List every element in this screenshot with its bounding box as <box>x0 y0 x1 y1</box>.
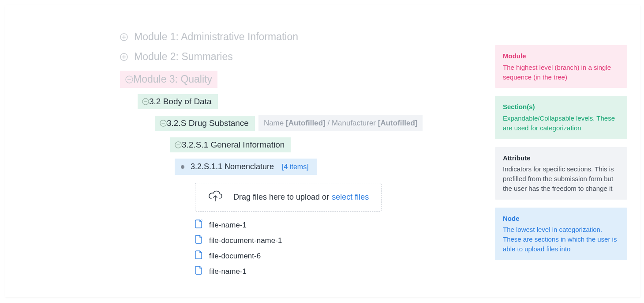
dropzone-text: Drag files here to upload or <box>233 193 329 202</box>
attr-sep: / <box>327 119 331 127</box>
module-row-2[interactable]: Module 2: Summaries <box>120 51 473 63</box>
document-icon <box>195 220 203 231</box>
minus-circle-icon <box>142 98 149 105</box>
section-32s-label: 3.2.S Drug Substance <box>167 118 249 128</box>
section-32s1-label: 3.2.S.1 General Information <box>182 140 285 150</box>
attr-mfr-label: Manufacturer <box>332 119 376 127</box>
select-files-link[interactable]: select files <box>332 193 369 202</box>
file-name: file-name-1 <box>209 221 247 230</box>
module-row-3[interactable]: Module 3: Quality <box>120 71 217 88</box>
file-dropzone[interactable]: Drag files here to upload or select file… <box>195 183 382 212</box>
list-item[interactable]: file-document-6 <box>195 250 473 261</box>
legend-card-attribute: Attribute Indicators for specific sectio… <box>495 147 627 200</box>
section-row-32s1[interactable]: 3.2.S.1 General Information <box>170 137 291 152</box>
plus-circle-icon <box>120 33 128 41</box>
attr-name-value: [Autofilled] <box>286 119 326 127</box>
legend-attr-body: Indicators for specific sections. This i… <box>503 164 619 193</box>
attr-name-label: Name <box>264 119 284 127</box>
section-32-label: 3.2 Body of Data <box>149 97 212 106</box>
section-row-32[interactable]: 3.2 Body of Data <box>138 94 218 109</box>
plus-circle-icon <box>120 53 128 61</box>
legend-node-title: Node <box>503 214 619 223</box>
legend-attr-title: Attribute <box>503 153 619 163</box>
module-1-label: Module 1: Administrative Information <box>134 31 298 43</box>
node-32s11-label: 3.2.S.1.1 Nomenclature <box>191 162 274 171</box>
bullet-icon <box>181 165 184 169</box>
list-item[interactable]: file-name-1 <box>195 266 473 277</box>
legend-module-title: Module <box>503 51 619 61</box>
module-row-1[interactable]: Module 1: Administrative Information <box>120 31 473 43</box>
file-name: file-name-1 <box>209 267 247 276</box>
minus-circle-icon <box>175 141 182 148</box>
node-row-32s11[interactable]: 3.2.S.1.1 Nomenclature [4 items] <box>175 159 317 175</box>
document-icon <box>195 250 203 261</box>
node-item-count: [4 items] <box>282 163 308 171</box>
list-item[interactable]: file-document-name-1 <box>195 235 473 246</box>
module-2-label: Module 2: Summaries <box>134 51 233 63</box>
cloud-upload-icon <box>208 190 223 204</box>
module-3-label: Module 3: Quality <box>133 73 212 85</box>
attribute-block[interactable]: Name [Autofilled] / Manufacturer [Autofi… <box>258 115 423 131</box>
file-name: file-document-name-1 <box>209 236 282 245</box>
legend-section-title: Section(s) <box>503 102 619 112</box>
list-item[interactable]: file-name-1 <box>195 220 473 231</box>
legend-card-section: Section(s) Expandable/Collapsable levels… <box>495 96 627 139</box>
legend-panel: Module The highest level (branch) in a s… <box>495 5 640 297</box>
tree-panel: Module 1: Administrative Information Mod… <box>5 5 473 297</box>
legend-module-body: The highest level (branch) in a single s… <box>503 63 619 82</box>
minus-circle-icon <box>160 120 167 127</box>
legend-section-body: Expandable/Collapsable levels. These are… <box>503 114 619 133</box>
document-icon <box>195 235 203 246</box>
legend-card-module: Module The highest level (branch) in a s… <box>495 45 627 88</box>
attr-mfr-value: [Autofilled] <box>378 119 418 127</box>
file-name: file-document-6 <box>209 252 261 261</box>
legend-node-body: The lowest level in categorization. Thes… <box>503 225 619 254</box>
section-row-32s[interactable]: 3.2.S Drug Substance <box>155 116 255 131</box>
document-icon <box>195 266 203 277</box>
file-list: file-name-1 file-document-name-1 file-do… <box>195 220 473 277</box>
app-frame: Module 1: Administrative Information Mod… <box>5 5 640 297</box>
legend-card-node: Node The lowest level in categorization.… <box>495 208 627 260</box>
minus-circle-icon <box>125 76 133 83</box>
